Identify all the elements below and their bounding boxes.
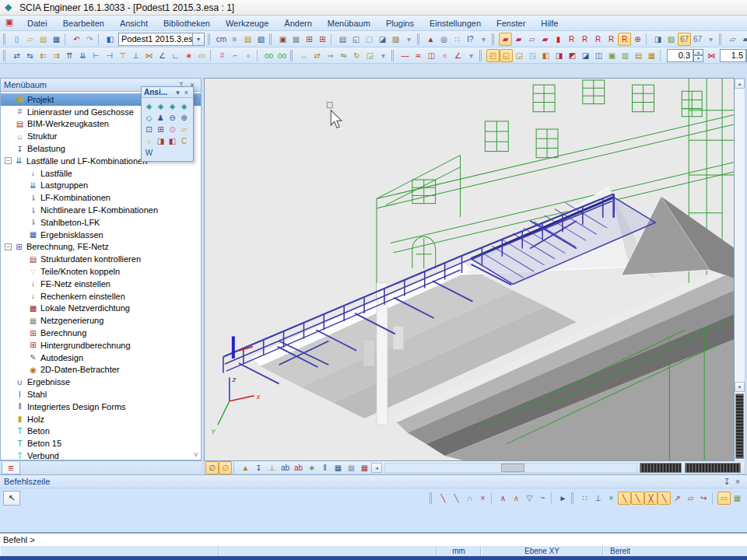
menu-item[interactable]: Menübaum <box>321 17 377 30</box>
hinge-op-2[interactable]: R <box>578 33 591 46</box>
table-composer[interactable]: ▦ <box>331 461 345 474</box>
tree-item[interactable]: ▦ Netzgenerierung <box>1 314 201 327</box>
symbol-scale-value[interactable]: 1.5 <box>720 49 746 62</box>
menu-item[interactable]: Plugins <box>379 17 421 30</box>
menu-item[interactable]: Fenster <box>489 17 532 30</box>
menu-item[interactable]: Ansicht <box>113 17 155 30</box>
animation-bar-a[interactable] <box>640 463 682 473</box>
calculation-project[interactable]: ⊞ <box>316 33 329 46</box>
view-flag-11[interactable]: ▥ <box>619 49 632 62</box>
tree-item[interactable]: ⊞ Berechnung <box>1 327 201 339</box>
zoom-window[interactable]: ⊡ <box>143 124 155 135</box>
clip-box-on[interactable]: ◨ <box>155 135 167 147</box>
project-selector[interactable]: Podest1 2015.3.esa ▾ <box>118 33 205 46</box>
select-cursor[interactable]: ► <box>556 492 570 505</box>
view-axonometric[interactable]: ◈ <box>178 100 190 112</box>
mesh-display[interactable]: ▦ <box>358 461 371 474</box>
tree-expander[interactable]: − <box>5 243 12 250</box>
view-flag-8[interactable]: ◪ <box>579 49 592 62</box>
show-supports[interactable]: ⊥ <box>265 461 279 474</box>
show-results[interactable]: ∗ <box>305 461 318 474</box>
undo[interactable]: ↶ <box>70 33 83 46</box>
select-member-type-4[interactable]: ▰ <box>538 33 552 46</box>
move-node[interactable]: ⇄ <box>10 49 23 62</box>
tree-tab-icon[interactable]: ≣ <box>2 462 20 474</box>
bim-toolbox[interactable]: ▣ <box>276 33 289 46</box>
view-67-a[interactable]: 67 <box>678 33 691 46</box>
project-manager[interactable]: ◧ <box>103 33 117 46</box>
chamfer-members[interactable]: ∟ <box>169 49 182 62</box>
print-preview[interactable]: ◱ <box>349 33 363 46</box>
show-values[interactable]: ab <box>292 461 305 474</box>
render-mode-solid[interactable]: ∅ <box>219 461 232 474</box>
spline-tool[interactable]: ~ <box>536 492 549 505</box>
break-member[interactable]: ⇊ <box>76 49 89 62</box>
clip-box-off[interactable]: ◧ <box>167 135 178 147</box>
mirror-entities[interactable]: ⇋ <box>337 49 350 62</box>
document-edit[interactable]: ▨ <box>389 33 402 46</box>
disconnect-members[interactable]: ▭ <box>195 49 209 62</box>
table-results[interactable]: ▦ <box>345 461 358 474</box>
snap-tangent[interactable]: ↗ <box>671 492 684 505</box>
ansicht-floating-toolbar[interactable]: Ansi... ▾ × ◈◈◈◈◇♟⊖⊕⊡⊞⊙▱☼◨◧CW <box>141 86 194 162</box>
join-members[interactable]: ⇈ <box>63 49 76 62</box>
split-member[interactable]: ⇉ <box>50 49 63 62</box>
tree-item[interactable]: ‖ Integriertes Design Forms <box>1 401 201 413</box>
tree-item[interactable]: − ⊞ Berechnung, FE-Netz <box>1 241 201 254</box>
rotate-entities[interactable]: ↻ <box>350 49 363 62</box>
tree-item[interactable]: ⇂ Nichtlineare LF-Kombinationen <box>1 204 201 216</box>
draw-angle[interactable]: ∠ <box>451 49 465 62</box>
snap-polygon[interactable]: ▱ <box>684 492 697 505</box>
tree-item[interactable]: ▮ Holz <box>1 413 201 425</box>
view-flag-2[interactable]: ◱ <box>500 49 513 62</box>
zoom-out[interactable]: ⊖ <box>167 112 178 124</box>
save-view[interactable]: ▱ <box>178 124 190 135</box>
trim-member[interactable]: ⊢ <box>89 49 103 62</box>
weld-b[interactable]: oo <box>275 49 289 62</box>
activity-selection[interactable]: ▧ <box>254 33 268 46</box>
view-front[interactable]: ◈ <box>155 100 167 112</box>
chevron-down-icon[interactable]: ▾ <box>193 33 205 46</box>
dimension-lines[interactable]: ≍ <box>412 49 425 62</box>
save-all[interactable]: ▤ <box>37 33 50 46</box>
ortho-mode[interactable]: ⊥ <box>591 492 605 505</box>
point-grid[interactable]: ∷ <box>451 33 464 46</box>
hinge-set[interactable]: ∘ <box>242 49 255 62</box>
connect-members[interactable]: ∗ <box>182 49 195 62</box>
overflow-5[interactable]: ▾ <box>465 49 478 62</box>
overflow-1[interactable]: ▾ <box>402 33 416 46</box>
snap-nearest[interactable]: ╲ <box>658 492 671 505</box>
menu-item[interactable]: Werkzeuge <box>219 17 275 30</box>
ansicht-toolbar-header[interactable]: Ansi... ▾ × <box>142 87 193 98</box>
delete-tool[interactable]: × <box>476 492 489 505</box>
view-67-b[interactable]: 67 <box>691 33 704 46</box>
view-flag-4[interactable]: ◳ <box>526 49 539 62</box>
tree-expander[interactable]: − <box>5 157 12 164</box>
view-flag-6[interactable]: ◨ <box>552 49 566 62</box>
dimension-box[interactable]: ◫ <box>425 49 438 62</box>
snap-midpoint[interactable]: ╲ <box>631 492 644 505</box>
tree-item[interactable]: ↓ FE-Netz einstellen <box>1 278 201 290</box>
center-target[interactable]: ⊕ <box>631 33 644 46</box>
fillet-members[interactable]: ∠ <box>156 49 169 62</box>
tree-item[interactable]: ✎ Autodesign <box>1 352 201 364</box>
tree-item[interactable]: ▤ Strukturdaten kontrollieren <box>1 253 201 265</box>
zoom-in[interactable]: ⊕ <box>178 112 190 124</box>
walk-view[interactable]: ♟ <box>155 112 167 124</box>
menu-item[interactable]: Bearbeiten <box>56 17 111 30</box>
tree-item[interactable]: ⇂ LF-Kombinationen <box>1 191 201 204</box>
hinge-op-1[interactable]: R <box>565 33 578 46</box>
snap-endpoint[interactable]: ╲ <box>618 492 631 505</box>
status-plane[interactable]: Ebene XY <box>481 546 603 556</box>
paste-from-clipboard[interactable]: ▰ <box>739 33 747 46</box>
scroll-down-icon[interactable]: ▾ <box>735 382 745 392</box>
node-tool-1[interactable]: ∧ <box>496 492 510 505</box>
document-send[interactable]: ◪ <box>376 33 389 46</box>
view-flag-1[interactable]: ◰ <box>486 49 500 62</box>
snap-arc[interactable]: ↪ <box>697 492 710 505</box>
view-flag-12[interactable]: ▤ <box>632 49 645 62</box>
render-mode-wire[interactable]: ∅ <box>205 461 219 474</box>
tree-item[interactable]: ↓ Rechenkern einstellen <box>1 290 201 303</box>
open-project[interactable]: ▱ <box>23 33 37 46</box>
pin-icon[interactable]: ↧ <box>721 477 732 487</box>
